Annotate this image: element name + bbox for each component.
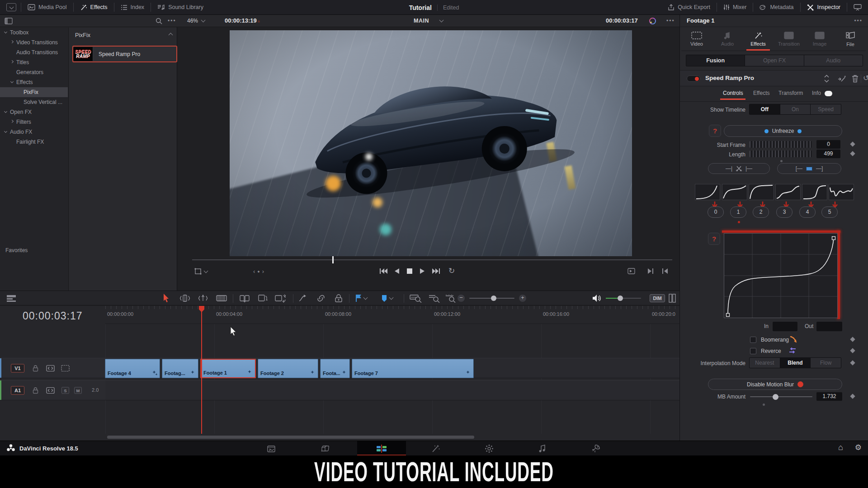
start-frame-keyframe-icon[interactable] <box>850 141 855 146</box>
overwrite-clip-icon[interactable] <box>258 294 268 303</box>
index-button[interactable]: Index <box>114 0 151 15</box>
go-to-start-button[interactable] <box>379 268 387 274</box>
timeline-playhead[interactable] <box>201 306 202 434</box>
viewer-scrubber[interactable] <box>192 259 672 260</box>
color-enhance-icon[interactable] <box>649 17 656 25</box>
panel-toggle-icon[interactable] <box>5 18 13 24</box>
dim-audio-button[interactable]: DIM <box>650 294 665 302</box>
auto-select-icon[interactable] <box>46 387 55 394</box>
metadata-button[interactable]: Metadata <box>753 0 800 15</box>
media-pool-button[interactable]: Media Pool <box>21 0 73 15</box>
mixer-button[interactable]: Mixer <box>717 0 753 15</box>
mixer-panel-toggle-icon[interactable] <box>669 294 676 303</box>
zoom-out-button[interactable]: − <box>458 295 465 302</box>
media-page-button[interactable] <box>262 443 280 454</box>
tab-video[interactable]: Video <box>681 28 712 51</box>
tree-item-video-transitions[interactable]: Video Transitions <box>0 38 68 47</box>
tree-item-filters[interactable]: Filters <box>0 117 68 127</box>
fx-mode-audio[interactable]: Audio <box>804 55 863 66</box>
effects-options-menu[interactable]: ••• <box>168 18 176 24</box>
start-frame-dial[interactable] <box>750 141 812 148</box>
flag-dropdown[interactable] <box>355 294 367 302</box>
in-value-field[interactable] <box>773 322 797 331</box>
curve-preset-2[interactable] <box>749 184 774 200</box>
mb-amount-keyframe-icon[interactable] <box>850 394 855 399</box>
tree-item-fairlight-fx[interactable]: Fairlight FX <box>0 137 68 147</box>
help-button-unfreeze[interactable]: ? <box>709 125 721 137</box>
unfreeze-button[interactable]: Unfreeze <box>724 125 842 137</box>
plugin-tab-info[interactable]: Info <box>812 90 821 96</box>
favorites-label[interactable]: Favorites <box>5 247 28 253</box>
reset-plugin-icon[interactable]: ↺ <box>863 74 868 82</box>
mb-amount-slider[interactable] <box>750 396 812 397</box>
track-lock-icon[interactable] <box>33 387 38 394</box>
inspector-options-menu[interactable]: ••• <box>854 18 863 24</box>
prev-clip-icon[interactable] <box>662 268 668 274</box>
fx-mode-open-fx[interactable]: Open FX <box>745 55 804 66</box>
curve-preset-1[interactable] <box>722 184 747 200</box>
timeline-horizontal-scrollbar[interactable] <box>107 436 474 439</box>
tab-file[interactable]: File <box>835 28 866 51</box>
crop-tool-dropdown[interactable] <box>194 268 208 275</box>
stop-button[interactable] <box>407 268 412 274</box>
plugin-tab-effects[interactable]: Effects <box>753 90 769 96</box>
clip-footage-4[interactable]: Footage 4 <box>105 359 160 378</box>
edit-page-button[interactable] <box>373 443 391 454</box>
curve-preset-3[interactable] <box>775 184 801 200</box>
preset-button-1[interactable]: 1 <box>730 206 746 218</box>
play-button[interactable] <box>420 268 425 274</box>
custom-zoom-icon[interactable] <box>445 294 457 303</box>
interpolation-keyframe-icon[interactable] <box>850 360 855 365</box>
full-extent-zoom-icon[interactable] <box>410 294 422 303</box>
detail-zoom-icon[interactable] <box>429 294 440 303</box>
preset-button-0[interactable]: 0 <box>708 206 724 218</box>
jog-control[interactable]: ‹●› <box>253 268 264 275</box>
track-lock-icon[interactable] <box>33 365 38 371</box>
plugin-enable-toggle[interactable] <box>687 75 700 82</box>
play-reverse-button[interactable] <box>394 268 400 274</box>
interpolation-blend[interactable]: Blend <box>780 358 811 368</box>
plugin-tab-transform[interactable]: Transform <box>778 90 803 96</box>
delete-plugin-icon[interactable] <box>852 75 859 83</box>
tree-item-audio-transitions[interactable]: Audio Transitions <box>0 47 68 57</box>
timeline-selector-chevron-icon[interactable] <box>439 18 444 23</box>
tab-audio[interactable]: Audio <box>712 28 743 51</box>
tab-effects[interactable]: Effects <box>743 28 774 51</box>
loop-button[interactable]: ↻ <box>448 266 455 276</box>
preset-button-4[interactable]: 4 <box>799 206 816 218</box>
clip-footage-truncated-1[interactable]: Footag... <box>162 359 198 378</box>
help-button-curve[interactable]: ? <box>708 233 720 245</box>
marker-dropdown[interactable] <box>381 294 393 302</box>
volume-slider[interactable] <box>606 298 641 299</box>
zoom-in-button[interactable]: + <box>519 295 526 302</box>
timeline-selector[interactable]: MAIN <box>414 18 429 24</box>
viewer-options-menu[interactable]: ••• <box>666 18 675 24</box>
viewer-playhead[interactable] <box>332 256 334 263</box>
auto-select-icon[interactable] <box>46 365 55 371</box>
interpolation-flow[interactable]: Flow <box>811 358 841 368</box>
boomerang-keyframe-icon[interactable] <box>850 337 855 342</box>
set-range-button[interactable]: [— —] <box>777 163 841 174</box>
timeline-ruler[interactable]: 00:00:00:00 00:00:04:00 00:00:08:00 00:0… <box>105 306 679 324</box>
inspector-button[interactable]: Inspector <box>801 0 847 15</box>
preset-button-5[interactable]: 5 <box>821 206 838 218</box>
project-settings-gear-icon[interactable]: ⚙ <box>855 443 862 452</box>
start-frame-value[interactable]: 0 <box>816 140 840 149</box>
show-timeline-off[interactable]: Off <box>750 104 780 114</box>
plugin-wand-icon[interactable] <box>837 75 846 83</box>
next-clip-icon[interactable] <box>647 268 654 274</box>
reorder-chevrons-icon[interactable] <box>824 75 830 83</box>
length-dial[interactable] <box>750 150 812 157</box>
preset-button-2[interactable]: 2 <box>753 206 769 218</box>
volume-slider-knob[interactable] <box>618 296 623 301</box>
fairlight-page-button[interactable] <box>533 443 552 454</box>
tree-item-open-fx[interactable]: Open FX <box>0 107 68 117</box>
plugin-tab-controls[interactable]: Controls <box>723 90 743 96</box>
mb-amount-knob[interactable] <box>773 394 778 400</box>
tree-item-pixfix[interactable]: PixFix <box>0 87 68 97</box>
cut-at-playhead-button[interactable]: —| |— <box>708 163 770 174</box>
track-v1-badge[interactable]: V1 <box>11 364 24 372</box>
tab-image[interactable]: Image <box>804 28 835 51</box>
position-lock-icon[interactable] <box>335 294 343 303</box>
curve-preset-5[interactable] <box>829 184 854 200</box>
